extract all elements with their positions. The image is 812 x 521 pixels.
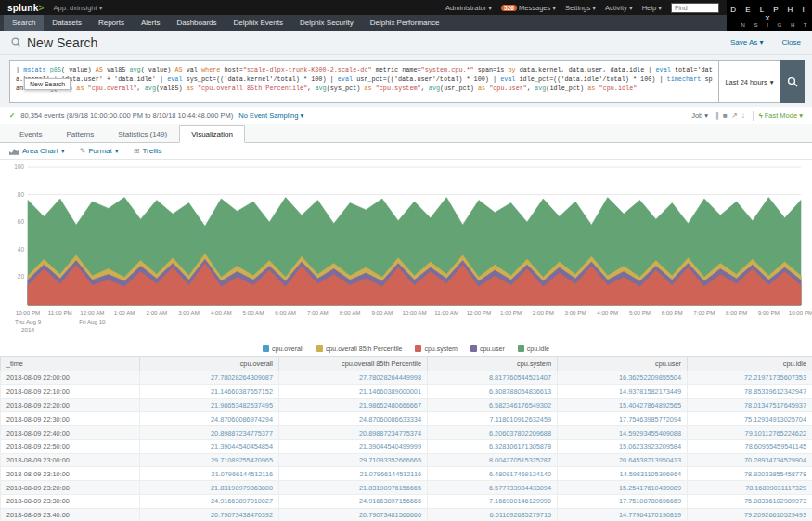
value-cell[interactable]: 21.39044540499999 [279,439,428,453]
value-cell[interactable]: 20.89887234775374 [279,426,428,440]
value-cell[interactable]: 15.40427864892565 [558,398,688,412]
share-icon[interactable]: ↗ [729,111,740,120]
value-cell[interactable]: 24.87060086633334 [279,412,428,426]
value-cell[interactable]: 17.75108780696669 [558,495,688,509]
search-mode-selector[interactable]: ϟ Fast Mode ▾ [759,111,803,120]
nav-item-delphix-events[interactable]: Delphix Events [226,15,291,31]
value-cell[interactable]: 8.004270515325287 [428,453,558,467]
value-cell[interactable]: 78.01347517645937 [688,398,812,412]
value-cell[interactable]: 6.480917469134140 [428,467,558,481]
stop-icon[interactable]: ■ [721,111,729,120]
time-cell[interactable]: 2018-08-09 22:10:00 [1,384,140,398]
column-header-cpu-user[interactable]: cpu.user [558,357,688,371]
nav-item-datasets[interactable]: Datasets [44,15,90,31]
chart-type-selector[interactable]: Area Chart ▾ [9,147,65,155]
value-cell[interactable]: 15.06233923209584 [558,439,688,453]
value-cell[interactable]: 20.79073481566666 [279,508,428,521]
find-input[interactable] [671,3,719,13]
column-header-cpu-idle[interactable]: cpu.idle [688,357,812,371]
messages-menu[interactable]: 526 Messages ▾ [501,4,556,12]
value-cell[interactable]: 20.79073438470392 [140,508,279,521]
value-cell[interactable]: 14.93781582173449 [558,384,688,398]
help-menu[interactable]: Help ▾ [642,4,662,12]
column-header-cpu-overall-85th-percentile[interactable]: cpu.overall 85th Percentile [279,357,428,371]
time-cell[interactable]: 2018-08-09 23:20:00 [1,481,140,495]
value-cell[interactable]: 72.21971735607353 [688,371,812,385]
tab-visualization[interactable]: Visualization [179,125,245,143]
time-cell[interactable]: 2018-08-09 23:40:00 [1,508,140,521]
value-cell[interactable]: 14.59293455409088 [558,426,688,440]
tab-statistics-149[interactable]: Statistics (149) [106,125,179,143]
search-query-input[interactable]: | mstats p85(_value) AS val85 avg(_value… [9,60,719,103]
close-button[interactable]: Close [782,38,801,46]
value-cell[interactable]: 70.28934734529904 [688,453,812,467]
time-cell[interactable]: 2018-08-09 23:30:00 [1,495,140,509]
nav-item-reports[interactable]: Reports [90,15,133,31]
value-cell[interactable]: 20.89887234775377 [140,426,279,440]
value-cell[interactable]: 20.64538213950413 [558,453,688,467]
tab-patterns[interactable]: Patterns [54,125,106,143]
value-cell[interactable]: 21.14660389000001 [279,384,428,398]
search-submit-button[interactable] [780,60,805,103]
area-chart[interactable]: 2040608010010:00 PM11:00 PM12:00 AM1:00 … [0,160,812,342]
column-header-cpu-overall[interactable]: cpu.overall [140,357,279,371]
value-cell[interactable]: 6.308788054836613 [428,384,558,398]
value-cell[interactable]: 24.91663897156665 [279,495,428,509]
time-cell[interactable]: 2018-08-09 22:20:00 [1,398,140,412]
value-cell[interactable]: 15.25417610439089 [558,481,688,495]
value-cell[interactable]: 21.07966144512116 [140,467,279,481]
export-icon[interactable]: ↓ [740,111,747,120]
settings-menu[interactable]: Settings ▾ [565,4,596,12]
value-cell[interactable]: 21.83190979863800 [140,481,279,495]
tab-events[interactable]: Events [7,125,54,143]
value-cell[interactable]: 29.71093352666665 [279,453,428,467]
value-cell[interactable]: 21.39044540454854 [140,439,279,453]
time-range-picker[interactable]: Last 24 hours ▾ [719,60,780,103]
value-cell[interactable]: 16.36252209855504 [558,371,688,385]
column-header-cpu-system[interactable]: cpu.system [428,357,558,371]
legend-item-cpu-idle[interactable]: cpu.idle [518,345,549,352]
legend-item-cpu-overall[interactable]: cpu.overall [263,345,303,352]
time-cell[interactable]: 2018-08-09 23:00:00 [1,453,140,467]
value-cell[interactable]: 6.577733984433094 [428,481,558,495]
nav-item-alerts[interactable]: Alerts [133,15,168,31]
value-cell[interactable]: 21.83190976156665 [279,481,428,495]
value-cell[interactable]: 27.78028264309087 [140,371,279,385]
value-cell[interactable]: 75.08336102989973 [688,495,812,509]
format-menu[interactable]: ✎ Format ▾ [80,147,119,155]
nav-item-dashboards[interactable]: Dashboards [168,15,225,31]
value-cell[interactable]: 24.87060086974294 [140,412,279,426]
value-cell[interactable]: 78.92033855458778 [688,467,812,481]
nav-item-delphix-security[interactable]: Delphix Security [291,15,362,31]
value-cell[interactable]: 14.77964170190819 [558,508,688,521]
value-cell[interactable]: 21.98653482537495 [140,398,279,412]
save-as-menu[interactable]: Save As ▾ [730,38,764,46]
value-cell[interactable]: 17.75463985772094 [558,412,688,426]
time-cell[interactable]: 2018-08-09 23:10:00 [1,467,140,481]
value-cell[interactable]: 21.98652480666667 [279,398,428,412]
value-cell[interactable]: 24.91663897010027 [140,495,279,509]
job-menu[interactable]: Job ▾ [691,111,708,120]
area-chart-canvas[interactable]: 2040608010010:00 PM11:00 PM12:00 AM1:00 … [0,160,812,342]
value-cell[interactable]: 7.118010912632459 [428,412,558,426]
value-cell[interactable]: 78.60955459541145 [688,439,812,453]
activity-menu[interactable]: Activity ▾ [605,4,633,12]
app-context-menu[interactable]: App: dxinsight ▾ [53,4,102,12]
value-cell[interactable]: 75.12934913025704 [688,412,812,426]
value-cell[interactable]: 6.011092685279715 [428,508,558,521]
legend-item-cpu-system[interactable]: cpu.system [415,345,457,352]
value-cell[interactable]: 6.328106171305878 [428,439,558,453]
pause-icon[interactable]: ∥ [714,111,721,120]
value-cell[interactable]: 78.16809031117329 [688,481,812,495]
user-menu[interactable]: Administrator ▾ [445,4,492,12]
value-cell[interactable]: 27.78028264449998 [279,371,428,385]
value-cell[interactable]: 79.10112765224622 [688,426,812,440]
value-cell[interactable]: 6.582346176549302 [428,398,558,412]
value-cell[interactable]: 21.07966144512116 [279,467,428,481]
value-cell[interactable]: 7.166900146129990 [428,495,558,509]
nav-item-search[interactable]: Search [4,15,44,31]
time-cell[interactable]: 2018-08-09 22:40:00 [1,426,140,440]
nav-item-delphix-performance[interactable]: Delphix Performance [362,15,448,31]
time-cell[interactable]: 2018-08-09 22:00:00 [1,371,140,385]
value-cell[interactable]: 79.20926610529493 [688,508,812,521]
